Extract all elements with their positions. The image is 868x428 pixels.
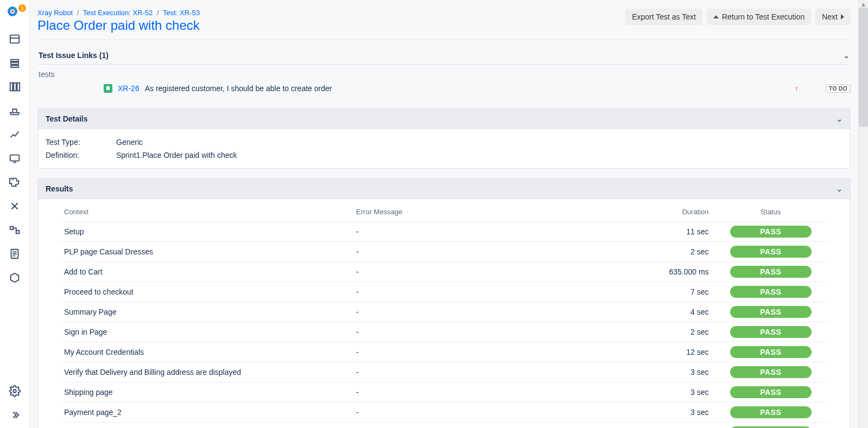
table-row: Shipping page-3 secPASS <box>60 382 828 403</box>
cell-status: PASS <box>713 242 828 262</box>
table-row: Verify that Delivery and Billing address… <box>60 362 828 382</box>
status-pass-badge: PASS <box>730 226 812 238</box>
columns-icon[interactable] <box>6 80 23 93</box>
col-status: Status <box>713 202 828 222</box>
return-to-execution-button[interactable]: Return to Test Execution <box>707 9 811 25</box>
monitor-icon[interactable] <box>6 152 23 165</box>
svg-rect-6 <box>11 62 19 65</box>
cell-duration: 3 sec <box>598 362 713 382</box>
chevron-right-icon <box>841 14 844 20</box>
col-error: Error Message <box>352 202 598 222</box>
cell-error: - <box>352 242 598 262</box>
story-icon <box>104 84 112 93</box>
collapse-results-icon[interactable]: ⌃ <box>836 184 842 193</box>
cell-error: - <box>352 403 598 423</box>
table-row: Proceed to checkout-7 secPASS <box>60 282 828 302</box>
app-logo[interactable]: 1 <box>7 5 23 22</box>
cell-status: PASS <box>713 302 828 322</box>
status-pass-badge: PASS <box>730 306 812 318</box>
cell-context: Summary Page <box>60 302 352 322</box>
cell-duration: 3 sec <box>598 403 713 423</box>
puzzle-icon[interactable] <box>6 176 23 189</box>
ship-icon[interactable] <box>6 104 23 117</box>
definition-label: Definition: <box>46 151 116 159</box>
status-pass-badge: PASS <box>730 286 812 298</box>
svg-rect-9 <box>14 83 16 91</box>
cell-error: - <box>352 382 598 403</box>
cell-context: Setup <box>60 222 352 242</box>
cell-status: PASS <box>713 382 828 403</box>
cell-error: - <box>352 342 598 362</box>
cell-error: - <box>352 222 598 242</box>
cell-error: - <box>352 322 598 342</box>
cell-error: - <box>352 302 598 322</box>
flow-icon[interactable] <box>6 223 23 237</box>
hex-icon[interactable] <box>6 271 23 284</box>
links-panel-title: Test Issue Links (1) <box>39 51 109 60</box>
col-context: Context <box>60 202 352 222</box>
cell-duration: 3 sec <box>598 382 713 403</box>
test-details-panel: Test Details ⌃ Test Type: Generic Defini… <box>37 108 851 169</box>
svg-rect-8 <box>10 83 13 91</box>
svg-rect-11 <box>10 155 20 161</box>
cell-status: PASS <box>713 423 828 429</box>
export-test-button[interactable]: Export Test as Text <box>625 9 702 25</box>
status-pass-badge: PASS <box>730 406 812 418</box>
test-type-value: Generic <box>116 138 143 146</box>
breadcrumb-link-execution[interactable]: Test Execution: XR-52 <box>83 9 153 17</box>
status-pass-badge: PASS <box>730 366 812 378</box>
results-table: Context Error Message Duration Status Se… <box>60 202 828 428</box>
page-header: Xray Robot / Test Execution: XR-52 / Tes… <box>37 5 851 40</box>
cell-error: - <box>352 262 598 282</box>
link-relation-label: tests <box>37 65 851 79</box>
issue-summary: As registered customer, I should be able… <box>145 84 332 93</box>
status-pass-badge: PASS <box>730 386 812 398</box>
tools-icon[interactable] <box>6 200 23 213</box>
details-panel-title: Test Details <box>46 114 88 123</box>
table-row: PLP page Casual Dresses-2 secPASS <box>60 242 828 262</box>
cell-error: - <box>352 282 598 302</box>
svg-point-3 <box>14 8 16 10</box>
table-row: Setup-11 secPASS <box>60 222 828 242</box>
page-title: Place Order paid with check <box>37 18 200 33</box>
cell-context: Sign in Page <box>60 322 352 342</box>
cell-status: PASS <box>713 282 828 302</box>
cell-status: PASS <box>713 322 828 342</box>
breadcrumb-link-project[interactable]: Xray Robot <box>37 9 73 17</box>
page-icon[interactable] <box>6 247 23 260</box>
definition-value: Sprint1.Place Order paid with check <box>116 151 237 159</box>
table-row: Add to Cart-635.000 msPASS <box>60 262 828 282</box>
svg-rect-5 <box>11 60 19 62</box>
main-content: ▴ Xray Robot / Test Execution: XR-52 / T… <box>30 0 868 428</box>
table-row: Order summary page-4 secPASS <box>60 423 828 429</box>
breadcrumb-link-test[interactable]: Test: XR-53 <box>163 9 200 17</box>
cell-status: PASS <box>713 222 828 242</box>
cell-context: My Account Credentials <box>60 342 352 362</box>
cell-context: Verify that Delivery and Billing address… <box>60 362 352 382</box>
cell-status: PASS <box>713 342 828 362</box>
scrollbar[interactable]: ▴ <box>858 0 868 428</box>
chevron-up-icon <box>713 15 719 18</box>
breadcrumb: Xray Robot / Test Execution: XR-52 / Tes… <box>37 9 200 17</box>
cell-duration: 4 sec <box>598 423 713 429</box>
next-button[interactable]: Next <box>815 9 851 25</box>
collapse-details-icon[interactable]: ⌃ <box>836 114 842 123</box>
table-row: Sign in Page-2 secPASS <box>60 322 828 342</box>
cell-status: PASS <box>713 403 828 423</box>
settings-icon[interactable] <box>6 385 23 398</box>
board-icon[interactable] <box>6 33 23 46</box>
status-todo-badge: TO DO <box>826 85 851 93</box>
svg-rect-10 <box>17 83 20 91</box>
issue-key-link[interactable]: XR-26 <box>118 84 140 93</box>
expand-icon[interactable] <box>6 408 23 421</box>
status-pass-badge: PASS <box>730 326 812 338</box>
svg-rect-7 <box>11 66 19 68</box>
cell-duration: 7 sec <box>598 282 713 302</box>
svg-point-2 <box>11 10 14 12</box>
cell-context: PLP page Casual Dresses <box>60 242 352 262</box>
status-pass-badge: PASS <box>730 346 812 358</box>
collapse-links-icon[interactable]: ⌃ <box>843 51 850 60</box>
backlog-icon[interactable] <box>6 56 23 69</box>
reports-icon[interactable] <box>6 128 23 141</box>
cell-error: - <box>352 423 598 429</box>
